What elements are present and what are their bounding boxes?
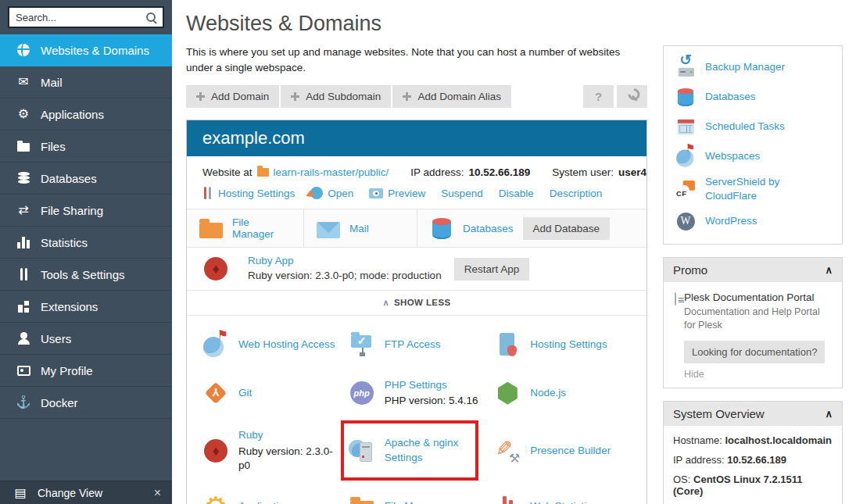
collapse-chevron-icon[interactable]: ∧ bbox=[825, 264, 833, 276]
domain-header: example.com bbox=[187, 120, 646, 156]
favorite-databases[interactable]: Databases bbox=[664, 82, 842, 112]
file-manager-icon bbox=[349, 493, 375, 504]
suspend-link[interactable]: Suspend bbox=[441, 188, 482, 199]
grid-item-label: File Manager bbox=[385, 499, 446, 504]
sidebar-item-tools-settings[interactable]: Tools & Settings bbox=[0, 259, 172, 291]
grid-item-nodejs[interactable]: Node.js bbox=[494, 378, 631, 408]
sidebar-item-statistics[interactable]: Statistics bbox=[0, 227, 172, 259]
restart-app-label: Restart App bbox=[464, 263, 520, 275]
databases-tool[interactable]: Databases Add Database bbox=[417, 209, 646, 247]
sidebar-item-label: Users bbox=[41, 332, 71, 345]
mail-icon: ✉ bbox=[14, 76, 33, 88]
grid-item-file-manager[interactable]: File Manager bbox=[349, 493, 485, 504]
mail-tool[interactable]: Mail bbox=[304, 209, 417, 247]
grid-item-presence-builder[interactable]: Presence Builder bbox=[494, 428, 631, 473]
promo-body: Plesk Documentation Portal Documentation… bbox=[664, 282, 842, 388]
grid-item-subtext: PHP version: 5.4.16 bbox=[385, 394, 478, 408]
add-domain-alias-label: Add Domain Alias bbox=[417, 91, 501, 102]
ruby-app-text: Ruby App Ruby version: 2.3.0-p0; mode: p… bbox=[248, 254, 442, 284]
sidebar-item-my-profile[interactable]: My Profile bbox=[0, 355, 172, 387]
favorite-backup-manager[interactable]: Backup Manager bbox=[664, 52, 842, 82]
add-domain-button[interactable]: Add Domain bbox=[186, 85, 279, 108]
add-domain-alias-button[interactable]: Add Domain Alias bbox=[392, 85, 511, 108]
sidebar-item-databases[interactable]: Databases bbox=[0, 163, 172, 195]
database-icon bbox=[14, 172, 33, 184]
help-button[interactable]: ? bbox=[583, 85, 614, 108]
website-at-segment: Website at learn-rails-master/public/ bbox=[202, 166, 389, 178]
plus-icon bbox=[403, 92, 411, 101]
close-icon[interactable]: × bbox=[154, 486, 161, 500]
system-overview-header[interactable]: System Overview ∧ bbox=[664, 402, 842, 426]
favorite-webspaces[interactable]: Webspaces bbox=[664, 141, 842, 171]
favorite-wordpress[interactable]: WordPress bbox=[664, 206, 842, 236]
sidebar-item-extensions[interactable]: Extensions bbox=[0, 291, 172, 323]
gear-icon: ⚙ bbox=[14, 108, 33, 120]
os-row: OS: CentOS Linux 7.2.1511 (Core) bbox=[673, 474, 833, 497]
grid-item-git[interactable]: Git bbox=[202, 378, 339, 408]
grid-item-apache-nginx-settings[interactable]: Apache & nginx Settings bbox=[349, 428, 485, 473]
search-icon[interactable] bbox=[145, 12, 157, 23]
sidebar-item-label: My Profile bbox=[41, 364, 93, 377]
ruby-app-link[interactable]: Ruby App bbox=[248, 254, 442, 269]
webroot-path-link[interactable]: learn-rails-master/public/ bbox=[274, 166, 389, 178]
add-subdomain-label: Add Subdomain bbox=[306, 91, 381, 102]
ip-value: 10.52.66.189 bbox=[468, 166, 530, 178]
applications-gear-icon bbox=[202, 493, 229, 504]
file-manager-tool[interactable]: File Manager bbox=[187, 209, 304, 247]
folder-icon bbox=[257, 168, 269, 177]
grid-item-hosting-settings[interactable]: Hosting Settings bbox=[494, 331, 631, 358]
description-link[interactable]: Description bbox=[550, 188, 603, 199]
disable-label: Disable bbox=[499, 188, 534, 199]
favorite-scheduled-tasks[interactable]: Scheduled Tasks bbox=[664, 112, 842, 141]
favorite-servershield[interactable]: ServerShield by CloudFlare bbox=[664, 171, 842, 206]
sidebar-item-label: Databases bbox=[41, 172, 97, 185]
domain-card: example.com Website at learn-rails-maste… bbox=[186, 120, 647, 504]
sidebar-item-docker[interactable]: ⚓ Docker bbox=[0, 387, 172, 419]
hostname-value: localhost.localdomain bbox=[725, 434, 833, 446]
webspaces-globe-icon bbox=[676, 147, 695, 166]
promo-hide-link[interactable]: Hide bbox=[684, 369, 833, 380]
hosting-settings-label: Hosting Settings bbox=[218, 188, 295, 199]
sidebar-item-users[interactable]: Users bbox=[0, 323, 172, 355]
open-site-link[interactable]: Open bbox=[310, 187, 353, 199]
system-user-label: System user: bbox=[552, 166, 614, 178]
extensions-icon bbox=[14, 301, 33, 313]
mail-label: Mail bbox=[349, 223, 369, 234]
folder-icon bbox=[14, 141, 33, 152]
grid-item-ruby[interactable]: Ruby Ruby version: 2.3.0-p0 bbox=[202, 428, 339, 473]
hosting-settings-link[interactable]: Hosting Settings bbox=[202, 187, 295, 199]
nodejs-icon bbox=[494, 380, 521, 406]
sidebar-item-files[interactable]: Files bbox=[0, 130, 172, 163]
domain-name: example.com bbox=[202, 128, 305, 148]
promo-docs-button[interactable]: Looking for documentation? bbox=[684, 341, 825, 363]
grid-item-label: Web Statistics bbox=[530, 499, 596, 504]
grid-item-web-hosting-access[interactable]: Web Hosting Access bbox=[202, 331, 339, 358]
sidebar-item-applications[interactable]: ⚙ Applications bbox=[0, 98, 172, 130]
add-subdomain-button[interactable]: Add Subdomain bbox=[281, 85, 391, 108]
change-view-button[interactable]: ▤ Change View × bbox=[0, 481, 172, 504]
show-less-toggle[interactable]: ∧ SHOW LESS bbox=[187, 291, 646, 316]
file-manager-icon bbox=[198, 215, 224, 241]
chevron-up-icon: ∧ bbox=[382, 298, 389, 308]
grid-item-php-settings[interactable]: PHP Settings PHP version: 5.4.16 bbox=[349, 378, 485, 408]
sidebar-item-mail[interactable]: ✉ Mail bbox=[0, 66, 172, 98]
change-view-label: Change View bbox=[38, 487, 102, 499]
grid-item-web-statistics[interactable]: Web Statistics bbox=[494, 493, 631, 504]
promo-header[interactable]: Promo ∧ bbox=[664, 258, 842, 282]
collapse-chevron-icon[interactable]: ∧ bbox=[825, 408, 833, 420]
ruby-icon bbox=[202, 256, 229, 282]
sidebar-item-file-sharing[interactable]: ⇄ File Sharing bbox=[0, 195, 172, 227]
preview-link[interactable]: Preview bbox=[369, 188, 425, 199]
grid-item-applications[interactable]: Applications bbox=[202, 493, 339, 504]
settings-button[interactable] bbox=[617, 85, 647, 108]
search-input[interactable] bbox=[8, 6, 164, 28]
sidebar-item-label: Websites & Domains bbox=[41, 44, 149, 57]
grid-item-ftp-access[interactable]: FTP Access bbox=[349, 331, 485, 358]
plus-icon bbox=[291, 92, 299, 101]
restart-app-button[interactable]: Restart App bbox=[454, 258, 530, 281]
add-database-button[interactable]: Add Database bbox=[523, 217, 611, 240]
sidebar-item-label: Tools & Settings bbox=[41, 268, 125, 281]
disable-link[interactable]: Disable bbox=[499, 188, 534, 199]
databases-label: Databases bbox=[463, 223, 514, 234]
sidebar-item-websites-domains[interactable]: Websites & Domains bbox=[0, 34, 172, 66]
